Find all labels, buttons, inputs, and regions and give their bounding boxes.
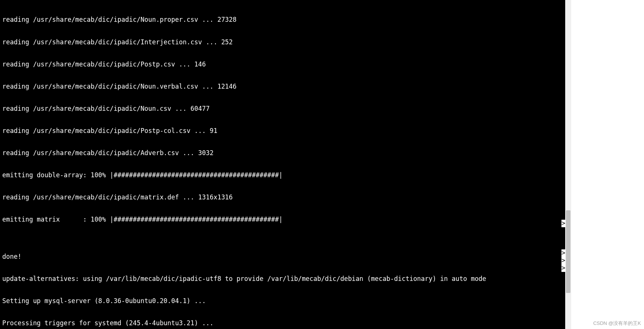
output-line: reading /usr/share/mecab/dic/ipadic/Inte… — [2, 39, 561, 46]
output-line: Setting up mysql-server (8.0.36-0ubuntu0… — [2, 297, 561, 305]
output-line: reading /usr/share/mecab/dic/ipadic/Adve… — [2, 149, 561, 157]
vertical-scrollbar[interactable] — [565, 0, 571, 329]
watermark-text: CSDN @没有羊的王K — [593, 320, 641, 327]
output-line: reading /usr/share/mecab/dic/ipadic/Post… — [2, 127, 561, 135]
output-line: reading /usr/share/mecab/dic/ipadic/Noun… — [2, 83, 561, 91]
scroll-thumb[interactable] — [566, 210, 570, 293]
output-line: Processing triggers for systemd (245.4-4… — [2, 320, 561, 327]
overflow-indicator-icon: > — [561, 249, 565, 257]
output-line: emitting matrix : 100% |################… — [2, 216, 561, 223]
output-line: emitting double-array: 100% |###########… — [2, 172, 561, 179]
overflow-indicator-icon: > — [561, 264, 565, 272]
output-line: reading /usr/share/mecab/dic/ipadic/Post… — [2, 61, 561, 68]
overflow-indicator-icon: > — [561, 257, 565, 264]
output-line: reading /usr/share/mecab/dic/ipadic/matr… — [2, 194, 561, 201]
output-line: reading /usr/share/mecab/dic/ipadic/Noun… — [2, 16, 561, 24]
output-line: done! — [2, 253, 561, 261]
output-line: update-alternatives: using /var/lib/meca… — [2, 275, 561, 283]
overflow-indicator-icon: > — [561, 220, 565, 227]
output-line: reading /usr/share/mecab/dic/ipadic/Noun… — [2, 105, 561, 113]
terminal-window[interactable]: reading /usr/share/mecab/dic/ipadic/Noun… — [0, 0, 563, 329]
page-gutter — [565, 0, 644, 329]
